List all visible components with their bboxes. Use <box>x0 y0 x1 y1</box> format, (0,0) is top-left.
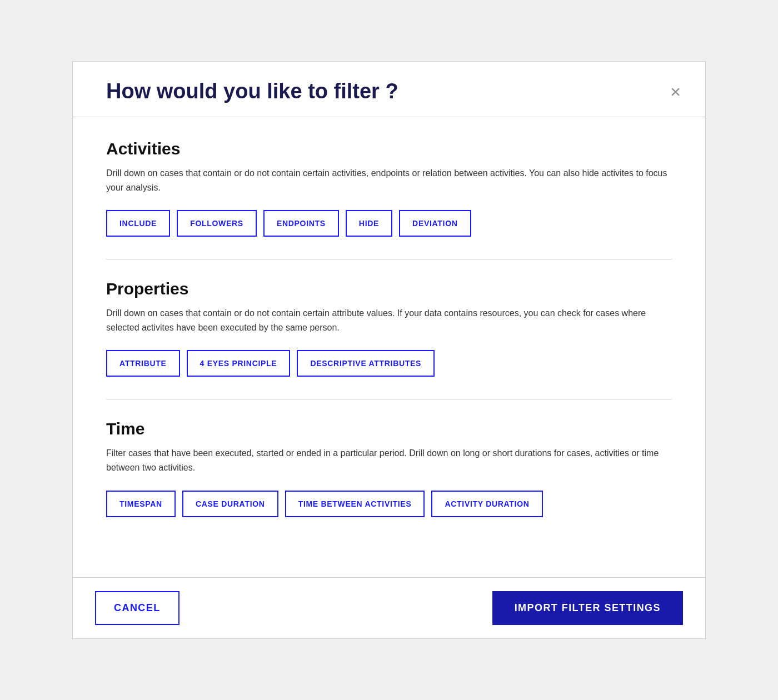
section-title-activities: Activities <box>106 139 672 158</box>
dialog-body: ActivitiesDrill down on cases that conta… <box>73 117 705 577</box>
section-desc-properties: Drill down on cases that contain or do n… <box>106 306 672 334</box>
button-group-properties: ATTRIBUTE4 EYES PRINCIPLEDESCRIPTIVE ATT… <box>106 350 672 377</box>
section-time: TimeFilter cases that have been executed… <box>106 399 672 539</box>
import-filter-settings-button[interactable]: IMPORT FILTER SETTINGS <box>492 591 683 625</box>
filter-btn-activities-3[interactable]: HIDE <box>346 210 392 237</box>
cancel-button[interactable]: CANCEL <box>95 591 179 625</box>
close-button[interactable]: × <box>668 83 683 101</box>
filter-btn-activities-1[interactable]: FOLLOWERS <box>177 210 257 237</box>
dialog-header: How would you like to filter ? × <box>73 62 705 117</box>
dialog-title: How would you like to filter ? <box>106 79 398 103</box>
section-title-properties: Properties <box>106 279 672 298</box>
filter-btn-time-2[interactable]: TIME BETWEEN ACTIVITIES <box>285 491 425 517</box>
filter-btn-activities-2[interactable]: ENDPOINTS <box>263 210 339 237</box>
filter-btn-properties-1[interactable]: 4 EYES PRINCIPLE <box>187 350 291 377</box>
filter-btn-activities-4[interactable]: DEVIATION <box>399 210 471 237</box>
section-desc-activities: Drill down on cases that contain or do n… <box>106 166 672 194</box>
filter-dialog: How would you like to filter ? × Activit… <box>72 61 706 639</box>
section-title-time: Time <box>106 419 672 438</box>
section-desc-time: Filter cases that have been executed, st… <box>106 446 672 474</box>
dialog-footer: CANCEL IMPORT FILTER SETTINGS <box>73 577 705 638</box>
filter-btn-time-3[interactable]: ACTIVITY DURATION <box>431 491 542 517</box>
button-group-activities: INCLUDEFOLLOWERSENDPOINTSHIDEDEVIATION <box>106 210 672 237</box>
button-group-time: TIMESPANCASE DURATIONTIME BETWEEN ACTIVI… <box>106 491 672 517</box>
filter-btn-activities-0[interactable]: INCLUDE <box>106 210 170 237</box>
filter-btn-time-0[interactable]: TIMESPAN <box>106 491 176 517</box>
filter-btn-time-1[interactable]: CASE DURATION <box>182 491 278 517</box>
section-activities: ActivitiesDrill down on cases that conta… <box>106 139 672 259</box>
filter-btn-properties-2[interactable]: DESCRIPTIVE ATTRIBUTES <box>297 350 435 377</box>
section-properties: PropertiesDrill down on cases that conta… <box>106 259 672 399</box>
filter-btn-properties-0[interactable]: ATTRIBUTE <box>106 350 180 377</box>
